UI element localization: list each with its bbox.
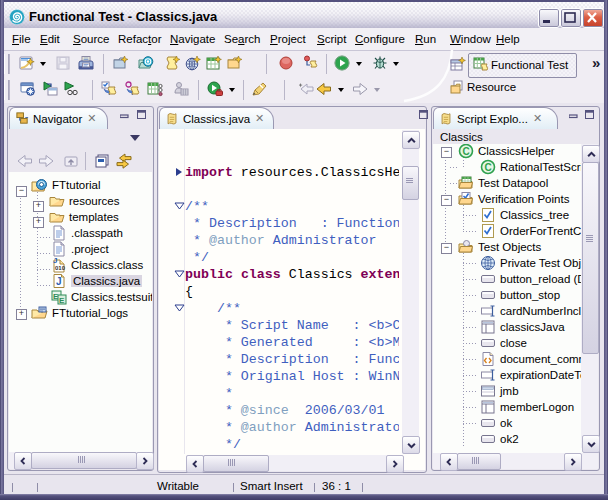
svg-text:010: 010 bbox=[55, 265, 66, 271]
svg-text:J: J bbox=[56, 276, 62, 287]
svg-text:C: C bbox=[485, 162, 492, 173]
svg-text:E: E bbox=[59, 296, 65, 305]
svg-text:C: C bbox=[463, 146, 470, 157]
svg-text:J: J bbox=[53, 257, 57, 265]
